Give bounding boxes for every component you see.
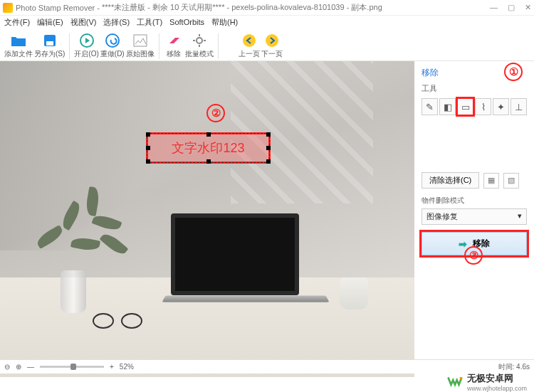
menu-softorbits[interactable]: SoftOrbits [169, 18, 204, 26]
annotation-2: ② [206, 104, 225, 122]
close-button[interactable]: ✕ [525, 3, 531, 12]
sidebar: 移除 ① 工具 ✎ ◧ ▭ ⌇ ✦ ⊥ 清除选择(C) ▦ ▧ 物件删除模式 图… [414, 61, 534, 377]
tool-palette: ✎ ◧ ▭ ⌇ ✦ ⊥ [422, 98, 527, 115]
zoom-slider[interactable] [40, 366, 104, 368]
app-name: Photo Stamp Remover [16, 4, 95, 12]
play-circle-icon [79, 33, 95, 48]
mode-label: 物件删除模式 [422, 196, 527, 206]
svg-point-11 [266, 34, 278, 47]
save-icon [42, 33, 58, 48]
add-file-button[interactable]: 添加文件 [4, 33, 33, 59]
brand-logo-icon [447, 374, 463, 390]
menu-help[interactable]: 帮助(H) [211, 17, 238, 28]
status-bar: ⊖ ⊕ — + 52% 时间: 4.6s [0, 359, 534, 374]
annotation-3: ③ [464, 246, 483, 265]
time-value: 4.6s [516, 363, 530, 371]
start-button[interactable]: 开启(O) [74, 33, 98, 59]
annotation-1: ① [504, 63, 523, 81]
tools-label: 工具 [422, 83, 527, 94]
menu-select[interactable]: 选择(S) [103, 17, 130, 28]
watermark-text: 文字水印123 [172, 139, 244, 157]
batch-button[interactable]: 批量模式 [185, 33, 214, 59]
svg-point-10 [243, 34, 256, 47]
eraser-icon [166, 33, 182, 48]
clear-selection-button[interactable]: 清除选择(C) [422, 172, 479, 189]
arrow-right-icon: ➡ [459, 238, 467, 250]
toolbar: 添加文件 另存为(S) 开启(O) 重做(D) 原始图像 移除 批量模式 上一页… [0, 28, 534, 61]
brand-name: 无极安卓网 [467, 373, 513, 383]
doc-status: ****未注册版 - 剩余 10 天试用期**** - pexels-polin… [102, 2, 382, 13]
svg-rect-4 [134, 35, 147, 46]
marker-icon[interactable]: ◧ [439, 98, 456, 115]
mode-select[interactable]: 图像修复▾ [422, 208, 527, 225]
minimize-button[interactable]: — [490, 3, 498, 12]
image-canvas[interactable]: 文字水印123 ② [0, 61, 414, 377]
undo-button[interactable]: 重做(D) [100, 33, 125, 59]
app-icon [3, 3, 13, 13]
mask-sub-icon[interactable]: ▧ [503, 173, 519, 189]
save-as-button[interactable]: 另存为(S) [34, 33, 65, 59]
wand-icon[interactable]: ✦ [493, 98, 509, 115]
menu-view[interactable]: 视图(V) [70, 17, 97, 28]
original-button[interactable]: 原始图像 [126, 33, 155, 59]
next-page-button[interactable]: 下一页 [261, 33, 283, 59]
svg-point-12 [459, 377, 462, 380]
menu-bar: 文件(F) 编辑(E) 视图(V) 选择(S) 工具(T) SoftOrbits… [0, 16, 534, 28]
stamp-icon[interactable]: ⊥ [511, 98, 527, 115]
brand-watermark: 无极安卓网 www.wjhotelapp.com [447, 372, 527, 392]
pencil-icon[interactable]: ✎ [422, 98, 438, 115]
folder-icon [11, 33, 26, 48]
zoom-out-icon[interactable]: ⊖ [4, 363, 10, 371]
lasso-icon[interactable]: ⌇ [475, 98, 491, 115]
zoom-in-icon[interactable]: ⊕ [16, 363, 21, 371]
arrow-right-icon [264, 33, 280, 48]
title-bar: Photo Stamp Remover - ****未注册版 - 剩余 10 天… [0, 0, 534, 16]
menu-tools[interactable]: 工具(T) [137, 17, 162, 28]
maximize-button[interactable]: ▢ [508, 3, 515, 12]
mask-add-icon[interactable]: ▦ [483, 173, 499, 189]
undo-circle-icon [105, 33, 120, 48]
remove-tool-button[interactable]: 移除 [164, 33, 184, 59]
prev-page-button[interactable]: 上一页 [239, 33, 260, 59]
image-icon [132, 33, 148, 48]
watermark-selection[interactable]: 文字水印123 [146, 132, 271, 164]
zoom-value: 52% [120, 363, 134, 371]
menu-file[interactable]: 文件(F) [4, 17, 30, 28]
arrow-left-icon [241, 33, 257, 48]
menu-edit[interactable]: 编辑(E) [37, 17, 63, 28]
brand-url: www.wjhotelapp.com [467, 385, 527, 392]
time-label: 时间: [498, 363, 515, 371]
gear-icon [192, 33, 207, 48]
svg-rect-1 [46, 41, 53, 46]
rect-select-icon[interactable]: ▭ [457, 98, 473, 115]
svg-point-5 [197, 38, 202, 43]
